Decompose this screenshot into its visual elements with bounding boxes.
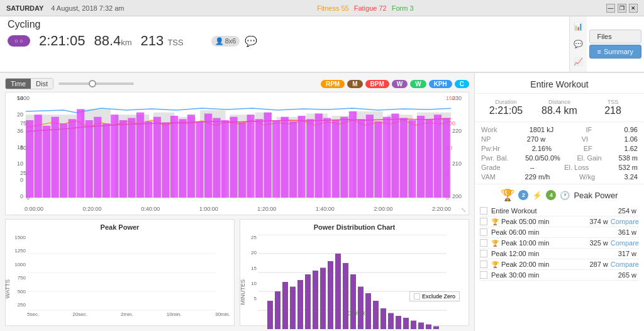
svg-rect-15 <box>26 120 33 198</box>
persons-badge: 👤8x6 <box>211 36 240 47</box>
svg-rect-60 <box>408 120 416 198</box>
chart-controls: Time Dist RPM M BPM W W KPH C <box>5 78 469 89</box>
svg-rect-84 <box>320 268 326 330</box>
legend-bpm[interactable]: BPM <box>365 80 389 88</box>
workout-distance: Distance 88.4 km <box>533 99 586 116</box>
files-button[interactable]: Files <box>589 30 641 43</box>
pp-row-entire: Entire Workout 254 w <box>480 206 639 216</box>
right-panel: Entire Workout Duration 2:21:05 Distance… <box>474 73 644 331</box>
pp-checkbox-5min[interactable] <box>480 218 487 225</box>
legend-m[interactable]: M <box>347 80 362 88</box>
svg-rect-27 <box>128 118 135 198</box>
lightning-icon: ⚡ <box>532 191 542 200</box>
comment-icon-tab[interactable]: 💬 <box>570 36 586 52</box>
time-dist-toggle[interactable]: Time Dist <box>5 78 53 89</box>
svg-rect-62 <box>425 119 433 198</box>
cycling-toggle: ○ ○ <box>8 35 30 47</box>
title-bar-date: SATURDAY 4 August, 2018 7:32 am <box>6 4 125 12</box>
svg-rect-79 <box>282 282 288 329</box>
svg-rect-48 <box>306 119 314 198</box>
pp-checkbox-12min[interactable] <box>480 250 487 257</box>
svg-rect-30 <box>153 117 161 198</box>
svg-rect-56 <box>374 121 382 198</box>
minimize-button[interactable]: — <box>606 4 615 13</box>
svg-rect-64 <box>442 118 450 198</box>
detail-row-pwrbal: Pwr. Bal. 50.0/50.0% El. Gain 538 m <box>481 153 638 162</box>
workout-title: Entire Workout <box>475 73 644 94</box>
pp-row-6min: Peak 06:00 min 361 w <box>480 227 639 238</box>
clock-icon: 🕐 <box>560 191 570 200</box>
compare-5min[interactable]: Compare <box>611 218 639 225</box>
svg-rect-26 <box>119 120 127 198</box>
legend-w2[interactable]: W <box>410 80 426 88</box>
detail-row-vam: VAM 229 m/h W/kg 3.24 <box>481 172 638 181</box>
title-bar: SATURDAY 4 August, 2018 7:32 am Fitness … <box>0 0 644 16</box>
workout-main-stats: Duration 2:21:05 Distance 88.4 km TSS 21… <box>475 94 644 122</box>
legend-kph[interactable]: KPH <box>429 80 452 88</box>
svg-rect-78 <box>275 291 280 329</box>
summary-button[interactable]: ≡ Summary <box>589 45 641 59</box>
svg-rect-24 <box>103 123 110 198</box>
restore-button[interactable]: ❐ <box>618 4 626 13</box>
date-detail: 4 August, 2018 7:32 am <box>51 4 124 12</box>
svg-rect-49 <box>315 113 323 198</box>
peak-power-header: 🏆 2 ⚡ 4 🕐 Peak Power <box>480 188 639 202</box>
compare-10min[interactable]: Compare <box>611 239 639 247</box>
form-label: Form 3 <box>392 4 414 12</box>
legend-w1[interactable]: W <box>392 80 408 88</box>
tss-value: 213 TSS <box>141 33 184 49</box>
activity-info: Cycling ○ ○ 2:21:05 88.4km 213 TSS 👤8 <box>0 16 569 72</box>
power-dist-chart: Power Distribution Chart MINUTES 2520151… <box>240 219 469 326</box>
legend: RPM M BPM W W KPH C <box>321 80 469 88</box>
pp-checkbox-10min[interactable] <box>480 239 487 247</box>
resize-handle[interactable]: ⤡ <box>461 206 466 213</box>
peak-power-title: Peak Power <box>9 223 230 231</box>
svg-rect-58 <box>391 113 399 198</box>
time-button[interactable]: Time <box>6 79 31 89</box>
svg-rect-81 <box>297 280 303 329</box>
peak-power-chart: Peak Power WATTS 150012501000750500250 5… <box>5 219 235 326</box>
graph-icon-tab[interactable]: 📈 <box>570 54 586 69</box>
trophy-icon-20min: 🏆 <box>491 261 499 268</box>
exclude-zero-button[interactable]: Exclude Zero <box>409 291 460 301</box>
exclude-zero-checkbox[interactable] <box>414 293 420 300</box>
svg-rect-63 <box>434 115 441 198</box>
legend-rpm[interactable]: RPM <box>321 80 345 88</box>
compare-20min[interactable]: Compare <box>611 261 639 268</box>
svg-rect-82 <box>305 274 311 329</box>
svg-rect-38 <box>221 120 229 198</box>
chart-icon-tab[interactable]: 📊 <box>570 19 586 34</box>
dist-button[interactable]: Dist <box>31 79 53 89</box>
pp-checkbox-20min[interactable] <box>480 261 487 268</box>
svg-rect-39 <box>230 117 237 198</box>
pp-checkbox-entire[interactable] <box>480 207 487 215</box>
svg-rect-34 <box>187 115 195 198</box>
pp-svg <box>27 235 216 329</box>
svg-rect-93 <box>388 313 394 330</box>
svg-rect-97 <box>418 323 424 330</box>
svg-rect-57 <box>383 117 391 198</box>
pp-chart-area: WATTS 150012501000750500250 5sec.20sec.2… <box>9 233 230 319</box>
window-controls[interactable]: — ❐ ✕ <box>606 4 638 13</box>
svg-rect-61 <box>417 116 425 198</box>
legend-c[interactable]: C <box>455 80 469 88</box>
power-x-label: POWER <box>343 310 365 317</box>
svg-rect-19 <box>60 123 67 198</box>
pp-row-30min: Peak 30:00 min 265 w <box>480 270 639 281</box>
pp-checkbox-30min[interactable] <box>480 271 487 279</box>
badge-green: 4 <box>546 190 556 200</box>
svg-rect-21 <box>77 109 84 198</box>
day-label: SATURDAY <box>6 4 43 12</box>
svg-rect-85 <box>328 261 333 329</box>
file-summary-buttons: Files ≡ Summary <box>587 27 644 61</box>
svg-rect-95 <box>403 318 409 329</box>
zoom-slider[interactable] <box>58 82 316 85</box>
svg-rect-17 <box>43 126 50 198</box>
svg-rect-99 <box>433 327 439 330</box>
pp-checkbox-6min[interactable] <box>480 228 487 236</box>
close-button[interactable]: ✕ <box>629 4 638 13</box>
svg-rect-54 <box>357 119 365 198</box>
svg-rect-92 <box>380 308 386 329</box>
svg-rect-91 <box>373 301 379 329</box>
svg-rect-53 <box>349 111 357 198</box>
